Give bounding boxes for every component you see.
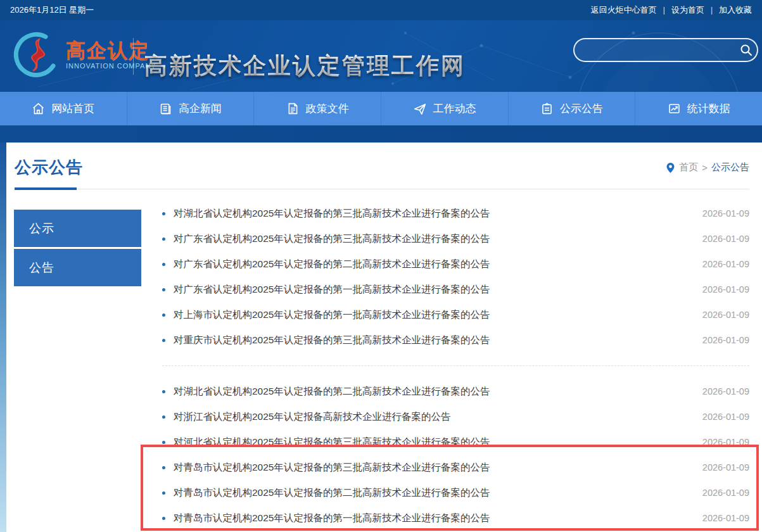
logo-text: 高企认定 INNOVATION COMPANY [66,41,156,70]
announcement-date: 2026-01-09 [702,437,749,447]
announcement-date: 2026-01-09 [702,284,749,294]
list-item: 对浙江省认定机构2025年认定报备高新技术企业进行备案的公告 2026-01-0… [162,404,749,429]
announcement-link[interactable]: 对上海市认定机构2025年认定报备的第一批高新技术企业进行备案的公告 [174,308,690,322]
logo-swirl-icon [6,30,65,80]
list-item: 对广东省认定机构2025年认定报备的第三批高新技术企业进行备案的公告 2026-… [162,226,749,251]
current-date: 2026年1月12日 星期一 [10,4,94,16]
content-panel: 公示公告 首页 > 公示公告 公示 公告 [6,142,762,532]
nav-item-work-trends[interactable]: 工作动态 [381,92,508,125]
announcement-date: 2026-01-09 [702,234,749,244]
announcement-link[interactable]: 对湖北省认定机构2025年认定报备的第三批高新技术企业进行备案的公告 [174,207,690,220]
location-pin-icon [666,162,675,174]
link-separator: | [663,6,665,15]
announcement-link[interactable]: 对青岛市认定机构2025年认定报备的第三批高新技术企业进行备案的公告 [174,461,690,474]
top-bar: 2026年1月12日 星期一 返回火炬中心首页 | 设为首页 | 加入收藏 [0,0,762,20]
title-rule [15,189,749,189]
announcement-date: 2026-01-09 [702,412,749,422]
nav-item-statistics[interactable]: 统计数据 [635,92,762,125]
announcement-date: 2026-01-09 [702,488,749,498]
announcement-link[interactable]: 对湖北省认定机构2025年认定报备的第二批高新技术企业进行备案的公告 [174,385,690,398]
nav-label: 网站首页 [51,101,94,116]
list-item-highlighted: 对青岛市认定机构2025年认定报备的第一批高新技术企业进行备案的公告 2026-… [162,505,749,531]
nav-item-home[interactable]: 网站首页 [0,92,127,125]
bullet-icon [162,415,165,419]
announcement-link[interactable]: 对青岛市认定机构2025年认定报备的第一批高新技术企业进行备案的公告 [174,512,690,525]
link-torch-center-home[interactable]: 返回火炬中心首页 [591,4,657,16]
home-icon [32,102,45,115]
search-input[interactable] [575,45,735,56]
title-rule-accent [15,187,77,190]
sidebar: 公示 公告 [14,210,141,531]
announcement-link[interactable]: 对浙江省认定机构2025年认定报备高新技术企业进行备案的公告 [174,410,690,424]
nav-label: 公示公告 [560,101,603,116]
page-lower: 公示公告 首页 > 公示公告 公示 公告 [0,142,762,532]
announcement-link[interactable]: 对广东省认定机构2025年认定报备的第二批高新技术企业进行备案的公告 [174,258,690,271]
announcement-date: 2026-01-09 [702,259,749,269]
site-header: 高企认定 INNOVATION COMPANY 高新技术企业认定管理工作网 [0,20,762,92]
nav-label: 工作动态 [433,101,476,116]
page-title: 公示公告 [15,156,749,179]
list-item: 对湖北省认定机构2025年认定报备的第三批高新技术企业进行备案的公告 2026-… [162,201,749,226]
nav-label: 统计数据 [687,101,730,116]
bullet-icon [162,263,165,266]
bullet-icon [162,466,165,469]
bullet-icon [162,314,165,317]
breadcrumb-home-link[interactable]: 首页 [679,162,698,174]
main-nav: 网站首页 高企新闻 政策文件 工作动态 公示公告 统计数据 [0,92,762,125]
list-item-highlighted: 对青岛市认定机构2025年认定报备的第三批高新技术企业进行备案的公告 2026-… [162,455,749,480]
search-button[interactable] [735,39,757,61]
list-item: 对湖北省认定机构2025年认定报备的第二批高新技术企业进行备案的公告 2026-… [162,379,749,404]
list-group-divider [162,365,749,366]
link-set-homepage[interactable]: 设为首页 [671,4,704,16]
bullet-icon [162,238,165,241]
content-header: 公示公告 首页 > 公示公告 [6,142,762,189]
breadcrumb-current[interactable]: 公示公告 [711,162,749,174]
link-separator: | [711,6,713,15]
logo-divider [133,38,134,75]
list-item: 对河北省认定机构2025年认定报备的第三批高新技术企业进行备案的公告 2026-… [162,429,749,455]
announcement-date: 2026-01-09 [702,386,749,396]
sidebar-item-gonggao[interactable]: 公告 [14,249,141,286]
nav-item-announcements[interactable]: 公示公告 [508,92,635,125]
announcement-date: 2026-01-09 [702,462,749,472]
top-links: 返回火炬中心首页 | 设为首页 | 加入收藏 [591,4,752,16]
list-item-highlighted: 对青岛市认定机构2025年认定报备的第二批高新技术企业进行备案的公告 2026-… [162,480,749,505]
left-edge-strip [0,142,6,532]
news-icon [159,102,172,115]
announcement-link[interactable]: 对河北省认定机构2025年认定报备的第三批高新技术企业进行备案的公告 [174,436,690,449]
nav-item-news[interactable]: 高企新闻 [127,92,254,125]
bullet-icon [162,288,165,291]
link-add-favorite[interactable]: 加入收藏 [719,4,752,16]
logo-subtitle: INNOVATION COMPANY [66,62,156,70]
chart-icon [668,102,681,115]
nav-item-policy[interactable]: 政策文件 [253,92,381,125]
list-item: 对广东省认定机构2025年认定报备的第二批高新技术企业进行备案的公告 2026-… [162,251,749,277]
announcement-link[interactable]: 对广东省认定机构2025年认定报备的第一批高新技术企业进行备案的公告 [174,283,690,296]
bullet-icon [162,212,165,215]
announcement-link[interactable]: 对广东省认定机构2025年认定报备的第三批高新技术企业进行备案的公告 [174,232,690,246]
nav-label: 政策文件 [306,101,349,116]
search-box [573,38,758,62]
clipboard-icon [540,102,554,115]
paper-plane-icon [413,102,427,116]
bullet-icon [162,390,165,393]
breadcrumb: 首页 > 公示公告 [666,162,749,174]
site-title: 高新技术企业认定管理工作网 [144,51,466,82]
search-icon [740,44,752,56]
announcement-list: 对湖北省认定机构2025年认定报备的第三批高新技术企业进行备案的公告 2026-… [162,201,749,531]
announcement-date: 2026-01-09 [702,208,749,218]
breadcrumb-separator: > [702,162,708,173]
bullet-icon [162,491,165,495]
logo-title: 高企认定 [66,41,156,61]
bullet-icon [162,441,165,444]
list-item: 对广东省认定机构2025年认定报备的第一批高新技术企业进行备案的公告 2026-… [162,277,749,302]
bullet-icon [162,517,165,520]
document-icon [286,102,300,115]
content-body: 公示 公告 对湖北省认定机构2025年认定报备的第三批高新技术企业进行备案的公告… [6,189,762,531]
list-item: 对重庆市认定机构2025年认定报备的第三批高新技术企业进行备案的公告 2026-… [162,327,749,353]
announcement-link[interactable]: 对重庆市认定机构2025年认定报备的第三批高新技术企业进行备案的公告 [174,334,690,347]
sidebar-item-gongshi[interactable]: 公示 [14,210,141,247]
site-logo: 高企认定 INNOVATION COMPANY [6,30,156,80]
header-bottom-band [0,125,762,142]
announcement-link[interactable]: 对青岛市认定机构2025年认定报备的第二批高新技术企业进行备案的公告 [174,486,690,500]
